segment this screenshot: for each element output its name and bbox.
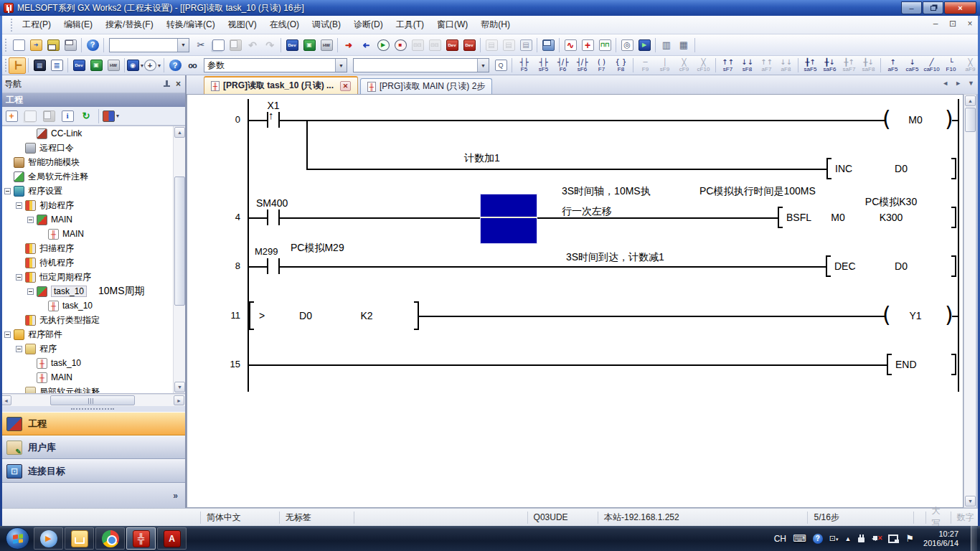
taskbar-media-player-button[interactable]: ▶ bbox=[34, 527, 63, 550]
falling-pulse-or-button[interactable]: ↓↓aF8 bbox=[776, 57, 796, 75]
instruction-bsfl[interactable]: BSFL bbox=[786, 212, 811, 223]
scrollbar-thumb[interactable] bbox=[50, 395, 135, 405]
tree-item-task_10[interactable]: task_1010MS周期 bbox=[0, 284, 173, 298]
tree-expander-icon[interactable] bbox=[27, 217, 34, 223]
statement-display-button[interactable] bbox=[517, 37, 534, 53]
tree-expander-icon[interactable] bbox=[4, 188, 11, 194]
taskbar-explorer-button[interactable] bbox=[65, 527, 94, 550]
project-view-button[interactable]: 工程 bbox=[0, 412, 185, 435]
read-from-plc-button[interactable] bbox=[357, 37, 374, 53]
coil-m0[interactable]: M0 bbox=[893, 114, 938, 126]
chevron-down-icon[interactable]: ▼ bbox=[177, 39, 189, 52]
horizontal-line-button[interactable]: ─F9 bbox=[636, 57, 655, 75]
device-monitor-button[interactable] bbox=[283, 37, 301, 53]
show-desktop-button[interactable] bbox=[971, 526, 977, 551]
user-library-button[interactable]: 用户库 bbox=[0, 435, 185, 459]
tree-item-扫描程序[interactable]: 扫描程序 bbox=[0, 241, 173, 255]
chevron-down-icon[interactable]: ▼ bbox=[477, 59, 489, 72]
open-project-button[interactable] bbox=[27, 37, 44, 53]
coil-button[interactable]: ( )F7 bbox=[592, 57, 611, 75]
tree-expander-icon[interactable] bbox=[27, 288, 34, 295]
quick-access-combo[interactable]: ▼ bbox=[109, 38, 189, 52]
instruction-inc[interactable]: INC bbox=[835, 163, 852, 174]
keyboard-icon[interactable]: ⌨ bbox=[793, 533, 806, 544]
scrollbar-thumb[interactable] bbox=[965, 108, 976, 132]
taskbar-gxworks2-button[interactable]: ╬ bbox=[126, 527, 156, 550]
restore-button[interactable] bbox=[923, 1, 943, 14]
taskbar-acrobat-button[interactable]: A bbox=[157, 527, 187, 550]
vertical-line-button[interactable]: │sF9 bbox=[655, 57, 674, 75]
undo-button[interactable] bbox=[244, 37, 261, 53]
menu-item-1[interactable]: 编辑(E) bbox=[57, 16, 99, 34]
device-setting-button[interactable] bbox=[105, 57, 122, 74]
step-run-button[interactable] bbox=[596, 37, 613, 53]
tree-item-待机程序[interactable]: 待机程序 bbox=[0, 255, 173, 270]
scroll-down-icon[interactable]: ▼ bbox=[174, 382, 185, 392]
application-instruction-button[interactable]: { }F8 bbox=[611, 57, 631, 75]
chevron-down-icon[interactable]: ▼ bbox=[335, 59, 347, 72]
operation-result-rising-button[interactable]: ↑aF5 bbox=[883, 57, 903, 75]
tree-vertical-scrollbar[interactable]: ▲ ▼ bbox=[173, 126, 185, 393]
write-to-plc-button[interactable] bbox=[340, 37, 357, 53]
tree-item-task_10[interactable]: task_10 bbox=[0, 356, 173, 370]
tab-main[interactable]: [PRG]读取 MAIN (只读) 2步 bbox=[360, 78, 492, 94]
tree-item-无执行类型指定[interactable]: 无执行类型指定 bbox=[0, 313, 173, 327]
closed-contact-button[interactable]: ┤/├F6 bbox=[553, 57, 573, 75]
tree-expander-icon[interactable] bbox=[4, 331, 11, 338]
scroll-right-icon[interactable]: ► bbox=[174, 395, 184, 405]
minimize-button[interactable]: – bbox=[901, 1, 922, 14]
menu-item-5[interactable]: 在线(O) bbox=[263, 16, 306, 34]
compare-operand-k2[interactable]: K2 bbox=[351, 310, 382, 321]
tab-list-icon[interactable]: ▼ bbox=[968, 80, 974, 87]
scan-time-high-button[interactable] bbox=[675, 37, 692, 53]
scroll-up-icon[interactable]: ▲ bbox=[174, 127, 185, 138]
tree-item-全局软元件注释[interactable]: 全局软元件注释 bbox=[0, 169, 173, 184]
end-line-button[interactable]: └F10 bbox=[941, 57, 961, 75]
print-button[interactable] bbox=[62, 37, 79, 53]
falling-pulse-close-or-button[interactable]: ╂↓saF8 bbox=[859, 57, 878, 75]
scroll-down-icon[interactable]: ▼ bbox=[965, 496, 976, 507]
menu-item-9[interactable]: 窗口(W) bbox=[430, 16, 474, 34]
watch-start-button[interactable] bbox=[636, 37, 653, 53]
scroll-left-icon[interactable]: ◄ bbox=[1, 395, 11, 405]
rising-pulse-button[interactable]: ↑↑sF7 bbox=[718, 57, 738, 75]
data-property-button[interactable] bbox=[59, 108, 76, 124]
tray-help-icon[interactable]: ? bbox=[813, 534, 823, 544]
tree-item-MAIN[interactable]: MAIN bbox=[0, 227, 173, 241]
instruction-end[interactable]: END bbox=[895, 359, 917, 370]
window-tile-button[interactable] bbox=[500, 37, 517, 53]
tree-expander-icon[interactable] bbox=[16, 274, 22, 281]
instruction-dec[interactable]: DEC bbox=[834, 260, 856, 272]
function-list-button[interactable] bbox=[48, 57, 65, 74]
menu-item-3[interactable]: 转换/编译(C) bbox=[160, 16, 222, 34]
scrollbar-thumb[interactable] bbox=[174, 176, 185, 306]
tree-item-局部软元件注释[interactable]: 局部软元件注释 bbox=[0, 385, 173, 394]
operation-result-falling-button[interactable]: ↓caF5 bbox=[903, 57, 922, 75]
redo-button[interactable] bbox=[261, 37, 278, 53]
new-project-button[interactable] bbox=[10, 37, 27, 53]
closed-contact-or-button[interactable]: ┤/├sF6 bbox=[573, 57, 592, 75]
view-bar-collapsed[interactable]: » bbox=[0, 483, 185, 508]
cut-button[interactable] bbox=[192, 37, 209, 53]
tree-item-CC-Link[interactable]: CC-Link bbox=[0, 126, 173, 141]
menu-item-2[interactable]: 搜索/替换(F) bbox=[99, 16, 160, 34]
power-icon[interactable] bbox=[857, 534, 865, 543]
tree-item-MAIN[interactable]: MAIN bbox=[0, 370, 173, 385]
tab-task10[interactable]: [PRG]读取 task_10 (只读) ... ✕ bbox=[204, 76, 358, 94]
operand-m0[interactable]: M0 bbox=[822, 212, 854, 223]
network-icon[interactable] bbox=[888, 534, 899, 543]
ladder-canvas[interactable]: 0 4 8 11 15 X1 ↑ ( M0 ) 计数加1 INC D0 SM40… bbox=[187, 94, 963, 508]
contact-m299[interactable] bbox=[267, 258, 268, 274]
paste-data-button[interactable] bbox=[40, 108, 57, 124]
rising-pulse-or-button[interactable]: ↑↑aF7 bbox=[757, 57, 776, 75]
tree-item-MAIN[interactable]: MAIN bbox=[0, 212, 173, 227]
trace-register-button[interactable] bbox=[579, 37, 596, 53]
tray-window-icon[interactable]: ⊡▾ bbox=[829, 534, 839, 543]
menu-item-6[interactable]: 调试(B) bbox=[306, 16, 347, 34]
paste-button[interactable] bbox=[227, 37, 244, 53]
device-test-button[interactable] bbox=[443, 37, 461, 53]
device-register-button[interactable] bbox=[318, 37, 335, 53]
delete-vertical-line-button[interactable]: ╳cF10 bbox=[694, 57, 713, 75]
sampling-trace-button[interactable] bbox=[562, 37, 579, 53]
sort-button[interactable]: ▼ bbox=[103, 108, 120, 124]
